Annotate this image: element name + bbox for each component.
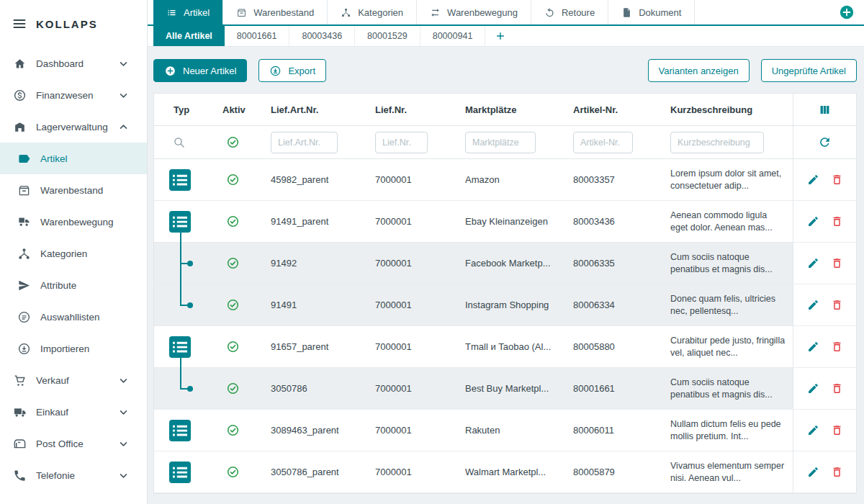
kurzbeschreibung-cell: Cum sociis natoque penatibus et magnis d… bbox=[662, 368, 793, 409]
table-body: 45982_parent7000001Amazon80003357Lorem i… bbox=[154, 159, 856, 493]
sidebar-item-einkauf[interactable]: Einkauf bbox=[0, 396, 147, 428]
lief-art-nr-cell: 91492 bbox=[262, 243, 366, 284]
header-lief-art-nr: Lief.Art.Nr. bbox=[262, 94, 366, 125]
edit-icon[interactable] bbox=[807, 174, 819, 186]
tab-warenbewegung[interactable]: Warenbewegung bbox=[417, 0, 531, 24]
kurzbeschreibung-cell: Cum sociis natoque penatibus et magnis d… bbox=[662, 243, 793, 284]
chevron-down-icon bbox=[117, 89, 130, 102]
chevron-down-icon bbox=[117, 57, 130, 71]
tab-artikel[interactable]: Artikel bbox=[153, 0, 223, 24]
menu-icon[interactable] bbox=[12, 17, 27, 31]
delete-icon[interactable] bbox=[831, 257, 843, 269]
active-icon[interactable] bbox=[226, 173, 240, 186]
active-icon[interactable] bbox=[226, 340, 240, 354]
sidebar-item-artikel[interactable]: Artikel bbox=[0, 143, 147, 174]
edit-icon[interactable] bbox=[807, 341, 819, 353]
active-icon[interactable] bbox=[226, 215, 240, 228]
header-artikel-nr: Artikel-Nr. bbox=[564, 94, 662, 125]
delete-icon[interactable] bbox=[831, 466, 843, 478]
edit-icon[interactable] bbox=[807, 257, 819, 269]
tab-warenbestand[interactable]: Warenbestand bbox=[223, 0, 328, 24]
export-icon bbox=[269, 65, 282, 77]
article-type-icon[interactable] bbox=[169, 169, 191, 191]
article-tab-80001661[interactable]: 80001661 bbox=[225, 26, 290, 46]
show-variants-button[interactable]: Varianten anzeigen bbox=[648, 59, 750, 82]
active-icon[interactable] bbox=[226, 256, 240, 270]
marktplaetze-filter-input[interactable] bbox=[465, 132, 536, 153]
sidebar-item-dashboard[interactable]: Dashboard bbox=[0, 48, 147, 79]
sidebar-item-label: Attribute bbox=[40, 280, 76, 291]
artikel-nr-cell: 80003436 bbox=[564, 201, 662, 242]
new-article-button[interactable]: Neuer Artikel bbox=[153, 59, 247, 82]
sidebar-item-label: Warenbewegung bbox=[40, 217, 114, 228]
sidebar-item-finanzwesen[interactable]: Finanzwesen bbox=[0, 79, 147, 111]
aktiv-cell bbox=[215, 284, 262, 325]
lief-nr-cell: 7000001 bbox=[366, 326, 456, 367]
delete-icon[interactable] bbox=[831, 341, 843, 353]
typ-cell bbox=[154, 451, 215, 492]
aktiv-cell bbox=[215, 410, 262, 451]
sidebar-item-warenbewegung[interactable]: Warenbewegung bbox=[0, 206, 147, 238]
sidebar-item-lagerverwaltung[interactable]: Lagerverwaltung bbox=[0, 111, 147, 143]
sidebar-item-label: Verkauf bbox=[36, 375, 69, 386]
sidebar-item-auswahllisten[interactable]: Auswahllisten bbox=[0, 301, 147, 333]
artikel-nr-cell: 80003357 bbox=[564, 159, 662, 200]
delete-icon[interactable] bbox=[831, 299, 843, 311]
tab-retoure[interactable]: Retoure bbox=[531, 0, 608, 24]
tab-kategorien[interactable]: Kategorien bbox=[328, 0, 417, 24]
edit-icon[interactable] bbox=[807, 299, 819, 311]
lief-art-nr-filter-input[interactable] bbox=[271, 132, 338, 153]
categories-icon bbox=[341, 7, 351, 18]
sidebar-item-post-office[interactable]: Post Office bbox=[0, 428, 147, 459]
article-type-icon[interactable] bbox=[169, 336, 191, 358]
lief-nr-filter-input[interactable] bbox=[375, 132, 428, 153]
active-filter-icon[interactable] bbox=[226, 135, 240, 149]
delete-icon[interactable] bbox=[831, 174, 843, 186]
chevron-up-icon bbox=[117, 120, 130, 134]
tab-dokument[interactable]: Dokument bbox=[608, 0, 695, 24]
marktplatz-cell: Best Buy Marketpl... bbox=[456, 368, 564, 409]
active-icon[interactable] bbox=[226, 423, 240, 437]
sidebar-item-attribute[interactable]: Attribute bbox=[0, 269, 147, 301]
main: ArtikelWarenbestandKategorienWarenbewegu… bbox=[148, 0, 864, 504]
sidebar: KOLLAPS DashboardFinanzwesenLagerverwalt… bbox=[0, 0, 148, 504]
add-article-tab-button[interactable] bbox=[485, 26, 516, 46]
active-icon[interactable] bbox=[226, 298, 240, 312]
sidebar-item-telefonie[interactable]: Telefonie bbox=[0, 459, 147, 491]
add-module-tab-button[interactable] bbox=[839, 4, 855, 20]
sidebar-item-label: Kategorien bbox=[40, 248, 87, 259]
kurzbeschreibung-filter-input[interactable] bbox=[670, 132, 764, 153]
article-type-icon[interactable] bbox=[169, 462, 191, 483]
refresh-icon[interactable] bbox=[818, 135, 832, 149]
edit-icon[interactable] bbox=[807, 215, 819, 228]
article-tab-80000941[interactable]: 80000941 bbox=[420, 26, 486, 46]
edit-icon[interactable] bbox=[807, 382, 819, 395]
edit-icon[interactable] bbox=[807, 424, 819, 436]
artikel-nr-filter-input[interactable] bbox=[573, 132, 633, 153]
actions-cell bbox=[793, 326, 856, 367]
lief-nr-cell: 7000001 bbox=[366, 284, 456, 325]
sidebar-item-verkauf[interactable]: Verkauf bbox=[0, 364, 147, 396]
article-tab-80001529[interactable]: 80001529 bbox=[355, 26, 420, 46]
search-icon[interactable] bbox=[172, 135, 186, 149]
article-type-icon[interactable] bbox=[169, 420, 191, 441]
article-type-icon[interactable] bbox=[169, 211, 191, 233]
lief-nr-cell: 7000001 bbox=[366, 368, 456, 409]
article-tab-80003436[interactable]: 80003436 bbox=[289, 26, 355, 46]
actions-cell bbox=[793, 243, 856, 284]
sidebar-item-kategorien[interactable]: Kategorien bbox=[0, 238, 147, 269]
transfer-icon bbox=[430, 7, 441, 18]
delete-icon[interactable] bbox=[831, 382, 843, 395]
article-tab-alle-artikel[interactable]: Alle Artikel bbox=[153, 26, 225, 46]
active-icon[interactable] bbox=[226, 382, 240, 395]
unchecked-articles-button[interactable]: Ungeprüfte Artikel bbox=[761, 59, 857, 82]
columns-icon[interactable] bbox=[818, 103, 832, 117]
delete-icon[interactable] bbox=[831, 215, 843, 228]
active-icon[interactable] bbox=[226, 465, 240, 479]
sidebar-item-warenbestand[interactable]: Warenbestand bbox=[0, 174, 147, 206]
delete-icon[interactable] bbox=[831, 424, 843, 436]
sidebar-item-importieren[interactable]: Importieren bbox=[0, 333, 147, 364]
mailbox-icon bbox=[13, 437, 27, 451]
edit-icon[interactable] bbox=[807, 466, 819, 478]
export-button[interactable]: Export bbox=[258, 59, 326, 82]
